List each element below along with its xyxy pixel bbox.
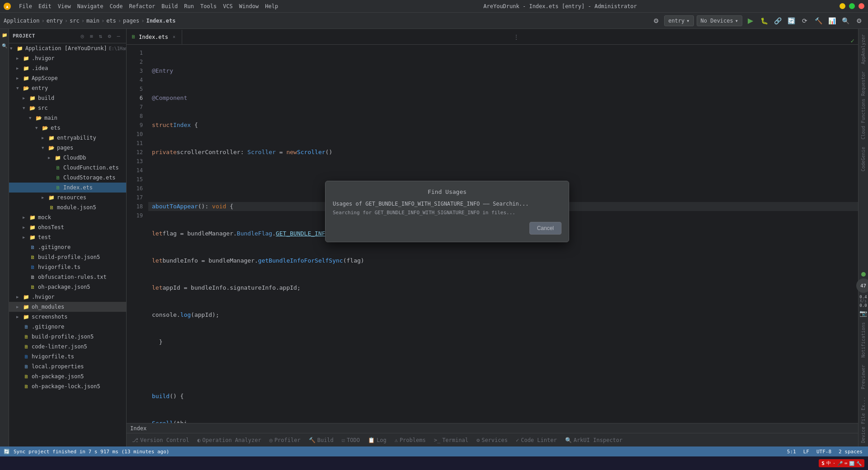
menu-file[interactable]: File	[16, 2, 35, 10]
tree-item-gitignore1[interactable]: ▶ 🗎 .gitignore	[9, 242, 126, 252]
tab-problems[interactable]: ⚠ Problems	[391, 434, 429, 446]
search-icon[interactable]: 🔍	[840, 15, 851, 26]
attach-icon[interactable]: 🔗	[772, 15, 783, 26]
build-icon[interactable]: 🔨	[813, 15, 824, 26]
menu-navigate[interactable]: Navigate	[75, 2, 106, 10]
rebuild-icon[interactable]: ⟳	[799, 15, 810, 26]
tree-item-pages[interactable]: ▼ 📂 pages	[9, 143, 126, 153]
activity-search[interactable]: 🔍	[0, 42, 9, 50]
tree-item-hvigorfile1[interactable]: ▶ 🗎 hvigorfile.ts	[9, 262, 126, 272]
activity-project[interactable]: 📁	[0, 31, 9, 39]
tree-item-oh-modules[interactable]: ▶ 📁 oh_modules	[9, 302, 126, 312]
tree-item-entry[interactable]: ▼ 📂 entry	[9, 83, 126, 93]
menu-window[interactable]: Window	[236, 2, 261, 10]
debug-icon[interactable]: 🐛	[759, 15, 769, 26]
tree-item-ohpackage1[interactable]: ▶ 🗎 oh-package.json5	[9, 282, 126, 292]
menu-run[interactable]: Run	[181, 2, 197, 10]
sidebar-collapse-icon[interactable]: —	[114, 32, 123, 40]
tab-terminal[interactable]: >_ Terminal	[430, 434, 472, 446]
breadcrumb-pages[interactable]: pages	[123, 18, 139, 24]
tree-item-cloudstorage[interactable]: ▶ 🗎 CloudStorage.ets	[9, 173, 126, 183]
status-cursor[interactable]: 5:1	[785, 449, 798, 455]
sidebar-device-file[interactable]: Device File Ex...	[860, 393, 867, 446]
sidebar-codegenie[interactable]: CodeGenie	[860, 143, 867, 175]
tab-build[interactable]: 🔨 Build	[305, 434, 337, 446]
tab-more-button[interactable]: ⋮	[511, 30, 522, 44]
tree-item-obfuscation[interactable]: ▶ 🗎 obfuscation-rules.txt	[9, 272, 126, 282]
sidebar-notifications[interactable]: Notifications	[860, 319, 867, 361]
close-button[interactable]	[859, 3, 864, 9]
run-button[interactable]: ▶	[745, 15, 756, 26]
tab-code-linter[interactable]: ✓ Code Linter	[512, 434, 561, 446]
tab-profiler[interactable]: ◎ Profiler	[266, 434, 304, 446]
sidebar-sort-icon[interactable]: ⇅	[96, 32, 104, 40]
menu-build[interactable]: Build	[159, 2, 180, 10]
maximize-button[interactable]	[849, 3, 855, 9]
tree-item-src[interactable]: ▼ 📂 src	[9, 103, 126, 113]
tree-item-mock[interactable]: ▶ 📁 mock	[9, 212, 126, 222]
status-encoding[interactable]: UTF-8	[815, 449, 833, 455]
tab-services[interactable]: ⚙ Services	[473, 434, 511, 446]
sync-icon[interactable]: 🔄	[786, 15, 797, 26]
status-indent[interactable]: 2 spaces	[837, 449, 864, 455]
tree-item-hvigor2[interactable]: ▶ 📁 .hvigor	[9, 292, 126, 302]
menu-view[interactable]: View	[55, 2, 74, 10]
tree-item-localprops[interactable]: ▶ 🗎 local.properties	[9, 362, 126, 371]
menu-help[interactable]: Help	[262, 2, 281, 10]
sidebar-list-icon[interactable]: ≡	[87, 32, 95, 40]
tab-version-control[interactable]: ⎇ Version Control	[128, 434, 193, 446]
breadcrumb-application[interactable]: Application	[4, 18, 39, 24]
tree-item-build[interactable]: ▶ 📁 build	[9, 93, 126, 103]
sidebar-settings-icon[interactable]: ⚙	[105, 32, 113, 40]
tab-close-button[interactable]: ×	[171, 34, 177, 40]
tree-item-root[interactable]: ▼ 📁 Application [AreYouDrunk] E:\1Ham	[9, 43, 126, 53]
tree-item-buildprofile2[interactable]: ▶ 🗎 build-profile.json5	[9, 332, 126, 342]
breadcrumb-src[interactable]: src	[70, 18, 80, 24]
breadcrumb-entry[interactable]: entry	[47, 18, 63, 24]
dialog-cancel-button[interactable]: Cancel	[529, 222, 561, 235]
sidebar-scope-icon[interactable]: ◎	[78, 32, 86, 40]
tree-item-ohpackagelock[interactable]: ▶ 🗎 oh-package-lock.json5	[9, 381, 126, 391]
minimize-button[interactable]	[840, 3, 845, 9]
input-method-bar[interactable]: S 中 · 🎤 ⌨ 🈳 🔧	[819, 459, 864, 467]
device-selector[interactable]: No Devices ▾	[697, 15, 742, 26]
status-line-sep[interactable]: LF	[802, 449, 811, 455]
settings-icon[interactable]: ⚙	[651, 15, 661, 26]
tree-item-screenshots[interactable]: ▶ 📁 screenshots	[9, 312, 126, 322]
tree-item-idea[interactable]: ▶ 📁 .idea	[9, 63, 126, 73]
tab-log[interactable]: 📋 Log	[364, 434, 390, 446]
coverage-icon[interactable]: 📊	[826, 15, 837, 26]
tree-item-ohpackage2[interactable]: ▶ 🗎 oh-package.json5	[9, 371, 126, 381]
sidebar-cloud-functions[interactable]: Cloud Functions Requestor	[860, 68, 867, 143]
tree-item-main[interactable]: ▼ 📂 main	[9, 113, 126, 123]
tree-item-ohostest[interactable]: ▶ 📁 ohosTest	[9, 222, 126, 232]
breadcrumb-main[interactable]: main	[86, 18, 99, 24]
code-editor[interactable]: 1 2 3 4 5 6 7 8 9 10 11 12 13 14 15 16 1…	[127, 45, 858, 423]
tab-todo[interactable]: ☑ TODO	[338, 434, 363, 446]
settings2-icon[interactable]: ⚙	[854, 15, 864, 26]
tree-item-resources[interactable]: ▶ 📁 resources	[9, 193, 126, 202]
tree-item-cloudfn[interactable]: ▶ 🗎 CloudFunction.ets	[9, 163, 126, 173]
breadcrumb-current-file[interactable]: Index.ets	[146, 18, 175, 24]
menu-vcs[interactable]: VCS	[220, 2, 236, 10]
tree-item-test[interactable]: ▶ 📁 test	[9, 232, 126, 242]
tab-index-ets[interactable]: 🗎 Index.ets ×	[127, 30, 182, 44]
tab-operation-analyzer[interactable]: ◐ Operation Analyzer	[193, 434, 264, 446]
tree-item-hvigor[interactable]: ▶ 📁 .hvigor	[9, 53, 126, 63]
sidebar-app-analyzer[interactable]: AppAnalyzer	[860, 31, 867, 68]
tree-item-buildprofile1[interactable]: ▶ 🗎 build-profile.json5	[9, 252, 126, 262]
tree-item-entryability[interactable]: ▶ 📁 entryability	[9, 133, 126, 143]
tree-item-index-ets[interactable]: ▶ 🗎 Index.ets	[9, 183, 126, 193]
menu-refactor[interactable]: Refactor	[126, 2, 158, 10]
menu-tools[interactable]: Tools	[198, 2, 219, 10]
tree-item-gitignore2[interactable]: ▶ 🗎 .gitignore	[9, 322, 126, 332]
entry-dropdown[interactable]: entry ▾	[664, 15, 693, 26]
tab-arkui-inspector[interactable]: 🔍 ArkUI Inspector	[561, 434, 626, 446]
sidebar-previewer[interactable]: Previewer	[860, 361, 867, 393]
tree-item-codelinter[interactable]: ▶ 🗎 code-linter.json5	[9, 342, 126, 352]
menu-edit[interactable]: Edit	[36, 2, 54, 10]
tree-item-appscope[interactable]: ▶ 📁 AppScope	[9, 73, 126, 83]
tree-item-clouddb[interactable]: ▶ 📁 CloudDb	[9, 153, 126, 163]
tree-item-hvigorfile2[interactable]: ▶ 🗎 hvigorfile.ts	[9, 352, 126, 362]
tree-item-module-json[interactable]: ▶ 🗎 module.json5	[9, 202, 126, 212]
